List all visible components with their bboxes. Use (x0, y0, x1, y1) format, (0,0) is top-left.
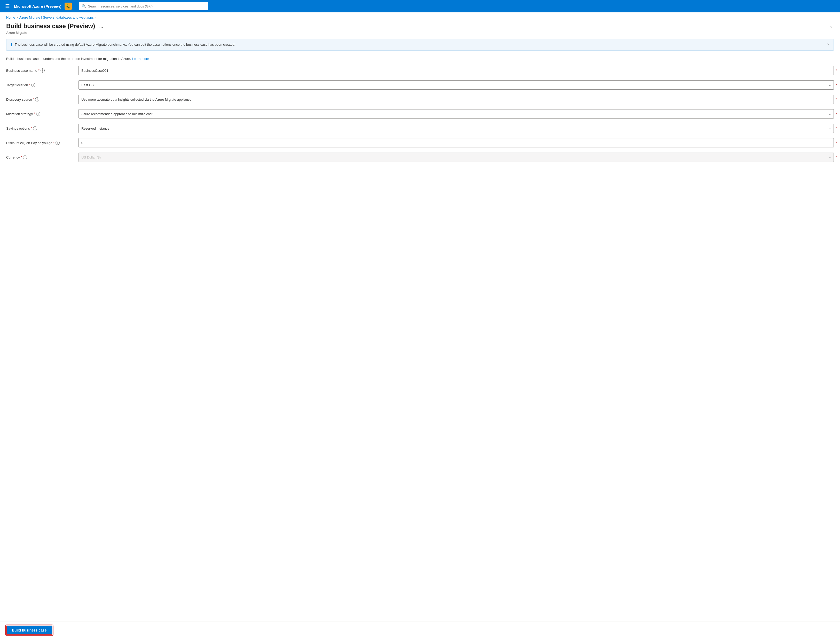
discount-input[interactable] (78, 138, 834, 148)
field-wrapper-savings-options: Reserved Instance None Azure Savings Pla… (78, 124, 834, 133)
breadcrumb-parent[interactable]: Azure Migrate | Servers, databases and w… (19, 16, 94, 19)
description-line: Build a business case to understand the … (0, 55, 840, 66)
field-required-star-2: * (835, 83, 837, 87)
form-row-savings-options: Savings options * i Reserved Instance No… (6, 124, 834, 133)
target-location-select[interactable]: East US East US 2 West US West Europe (78, 80, 834, 90)
select-wrapper-migration-strategy: Azure recommended approach to minimize c… (78, 109, 834, 119)
hamburger-menu-button[interactable]: ☰ (4, 2, 11, 10)
info-icon-migration-strategy[interactable]: i (36, 112, 40, 116)
field-wrapper-target-location: East US East US 2 West US West Europe ⌄ … (78, 80, 834, 90)
label-migration-strategy: Migration strategy * i (6, 112, 78, 116)
panel-subtitle: Azure Migrate (6, 31, 105, 35)
required-star-3: * (33, 98, 34, 101)
select-wrapper-currency: US Dollar ($) Euro (€) British Pound (£)… (78, 153, 834, 162)
field-required-star-7: * (835, 156, 837, 159)
select-wrapper-target-location: East US East US 2 West US West Europe ⌄ (78, 80, 834, 90)
discovery-source-select[interactable]: Use more accurate data insights collecte… (78, 95, 834, 104)
search-bar[interactable]: 🔍 (79, 2, 208, 10)
content-area: Home › Azure Migrate | Servers, database… (0, 13, 840, 639)
select-wrapper-savings-options: Reserved Instance None Azure Savings Pla… (78, 124, 834, 133)
label-currency: Currency * i (6, 155, 78, 159)
field-required-star-3: * (835, 98, 837, 101)
field-wrapper-discount: * (78, 138, 834, 148)
panel-title-section: Build business case (Preview) ... Azure … (6, 22, 105, 35)
breadcrumb-sep-2: › (95, 16, 96, 19)
field-wrapper-currency: US Dollar ($) Euro (€) British Pound (£)… (78, 153, 834, 162)
info-banner: ℹ The business case will be created usin… (6, 39, 834, 51)
info-banner-close-button[interactable]: × (827, 42, 829, 46)
info-banner-text: The business case will be created using … (15, 42, 825, 47)
select-wrapper-discovery-source: Use more accurate data insights collecte… (78, 95, 834, 104)
field-wrapper-business-case-name: * (78, 66, 834, 75)
field-wrapper-migration-strategy: Azure recommended approach to minimize c… (78, 109, 834, 119)
bug-icon: 🐛 (65, 3, 72, 10)
info-banner-icon: ℹ (11, 42, 12, 47)
topbar: ☰ Microsoft Azure (Preview) 🐛 🔍 (0, 0, 840, 13)
info-icon-business-case-name[interactable]: i (41, 68, 45, 73)
description-text: Build a business case to understand the … (6, 57, 131, 61)
app-title: Microsoft Azure (Preview) (14, 4, 62, 8)
form-row-currency: Currency * i US Dollar ($) Euro (€) Brit… (6, 153, 834, 162)
label-business-case-name: Business case name * i (6, 68, 78, 73)
required-star-1: * (38, 69, 40, 72)
info-icon-savings-options[interactable]: i (33, 126, 37, 130)
business-case-name-input[interactable] (78, 66, 834, 75)
form-row-discovery-source: Discovery source * i Use more accurate d… (6, 95, 834, 104)
required-star-5: * (31, 127, 32, 130)
breadcrumb: Home › Azure Migrate | Servers, database… (0, 13, 840, 21)
savings-options-select[interactable]: Reserved Instance None Azure Savings Pla… (78, 124, 834, 133)
panel-close-button[interactable]: × (829, 24, 834, 31)
field-required-star-1: * (835, 69, 837, 72)
field-required-star-4: * (835, 112, 837, 116)
form-row-discount: Discount (%) on Pay as you go * i * (6, 138, 834, 148)
info-icon-target-location[interactable]: i (31, 83, 35, 87)
field-required-star-5: * (835, 127, 837, 130)
build-business-case-button[interactable]: Build business case (6, 626, 52, 635)
breadcrumb-home[interactable]: Home (6, 16, 15, 19)
required-star-7: * (21, 156, 22, 159)
label-discount: Discount (%) on Pay as you go * i (6, 141, 78, 145)
bottom-bar: Build business case (0, 621, 840, 639)
required-star-2: * (29, 83, 30, 87)
required-star-4: * (34, 112, 35, 116)
breadcrumb-sep-1: › (17, 16, 18, 19)
label-target-location: Target location * i (6, 83, 78, 87)
panel-title-row: Build business case (Preview) ... (6, 22, 105, 30)
form-row-migration-strategy: Migration strategy * i Azure recommended… (6, 109, 834, 119)
form-row-target-location: Target location * i East US East US 2 We… (6, 80, 834, 90)
form-container: Business case name * i * Target location… (0, 66, 840, 162)
migration-strategy-select[interactable]: Azure recommended approach to minimize c… (78, 109, 834, 119)
learn-more-link[interactable]: Learn more (132, 57, 149, 61)
label-discovery-source: Discovery source * i (6, 97, 78, 102)
info-icon-currency[interactable]: i (23, 155, 27, 159)
form-row-business-case-name: Business case name * i * (6, 66, 834, 75)
info-icon-discount[interactable]: i (56, 141, 60, 145)
label-savings-options: Savings options * i (6, 126, 78, 130)
required-star-6: * (53, 141, 54, 145)
field-required-star-6: * (835, 141, 837, 145)
search-input[interactable] (88, 5, 205, 8)
panel-title-text: Build business case (Preview) (6, 22, 95, 30)
panel-ellipsis-button[interactable]: ... (98, 23, 105, 29)
search-icon: 🔍 (81, 4, 86, 8)
currency-select[interactable]: US Dollar ($) Euro (€) British Pound (£) (78, 153, 834, 162)
info-icon-discovery-source[interactable]: i (35, 97, 39, 102)
field-wrapper-discovery-source: Use more accurate data insights collecte… (78, 95, 834, 104)
panel-header: Build business case (Preview) ... Azure … (0, 21, 840, 37)
